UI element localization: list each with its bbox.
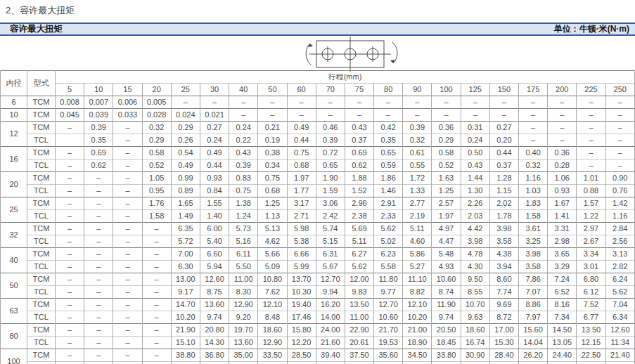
value-cell: 9.20 xyxy=(229,311,258,324)
value-cell: 2.33 xyxy=(374,210,403,223)
value-cell: 7.34 xyxy=(548,311,577,324)
table-row: TCL–––0.950.890.840.750.681.771.591.521.… xyxy=(1,185,635,197)
value-cell: 0.033 xyxy=(113,109,142,122)
value-cell: – xyxy=(56,299,84,311)
value-cell: – xyxy=(142,235,171,248)
value-cell: 11.00 xyxy=(229,273,258,286)
value-cell: – xyxy=(519,134,548,147)
value-cell: – xyxy=(548,109,577,122)
value-cell: – xyxy=(84,235,113,248)
value-cell: 6.34 xyxy=(605,311,634,324)
table-row: 100TCM––––38.8036.8035.0033.5028.5039.40… xyxy=(1,349,635,362)
value-cell: 33.80 xyxy=(432,349,461,362)
value-cell: – xyxy=(84,337,113,349)
value-cell: 5.67 xyxy=(316,261,345,273)
bore-cell: 20 xyxy=(1,172,27,197)
stroke-col-header: 15 xyxy=(113,84,142,96)
value-cell: 8.16 xyxy=(548,299,577,311)
value-cell: 13.60 xyxy=(229,337,258,349)
value-cell: – xyxy=(56,160,84,172)
value-cell: – xyxy=(605,96,634,109)
stroke-col-header: 10 xyxy=(84,84,113,96)
type-cell: TCL xyxy=(27,286,56,299)
value-cell: 27.10 xyxy=(171,362,200,364)
value-cell: 21.90 xyxy=(171,324,200,337)
value-cell: 13.05 xyxy=(548,337,577,349)
value-cell: 5.58 xyxy=(374,261,403,273)
value-cell: 0.44 xyxy=(489,147,518,160)
value-cell: – xyxy=(577,147,605,160)
value-cell: 21.60 xyxy=(316,337,345,349)
value-cell: – xyxy=(113,185,142,197)
stroke-col-header: 25 xyxy=(171,84,200,96)
value-cell: – xyxy=(84,311,113,324)
table-row: 20TCM–––1.050.990.930.830.751.971.901.88… xyxy=(1,172,635,185)
value-cell: 0.36 xyxy=(548,147,577,160)
value-cell: – xyxy=(84,273,113,286)
value-cell: 17.00 xyxy=(489,324,518,337)
table-title: 容许最大扭矩 xyxy=(10,23,63,35)
value-cell: 12.90 xyxy=(229,299,258,311)
value-cell: 3.98 xyxy=(461,235,489,248)
value-cell: 9.94 xyxy=(316,286,345,299)
value-cell: – xyxy=(56,349,84,362)
section-title: 2、容许最大扭矩 xyxy=(6,4,75,17)
value-cell: – xyxy=(113,122,142,134)
stroke-col-header: 100 xyxy=(432,84,461,96)
value-cell: 0.37 xyxy=(345,134,373,147)
value-cell: 0.021 xyxy=(200,109,229,122)
value-cell: – xyxy=(374,96,403,109)
table-row: TCL–––1.581.491.401.241.132.712.422.382.… xyxy=(1,210,635,223)
value-cell: 19.40 xyxy=(287,299,316,311)
value-cell: 9.74 xyxy=(200,311,229,324)
value-cell: – xyxy=(577,160,605,172)
value-cell: 2.98 xyxy=(548,235,577,248)
value-cell: 0.028 xyxy=(142,109,171,122)
value-cell: 26.20 xyxy=(519,349,548,362)
stroke-col-header: 5 xyxy=(56,84,84,96)
value-cell: 31.05 xyxy=(403,362,432,364)
value-cell: 3.34 xyxy=(577,248,605,261)
value-cell: 0.27 xyxy=(200,122,229,134)
value-cell: 22.50 xyxy=(577,349,605,362)
value-cell: 5.11 xyxy=(345,235,373,248)
value-cell: 0.29 xyxy=(171,122,200,134)
stroke-col-header: 80 xyxy=(374,84,403,96)
stroke-col-header: 250 xyxy=(605,84,634,96)
value-cell: 0.69 xyxy=(345,147,373,160)
value-cell: 0.38 xyxy=(258,147,287,160)
value-cell: – xyxy=(56,235,84,248)
value-cell: 1.30 xyxy=(461,185,489,197)
bore-cell: 63 xyxy=(1,299,27,324)
value-cell: 0.69 xyxy=(84,147,113,160)
value-cell: 5.13 xyxy=(258,223,287,235)
value-cell: 2.57 xyxy=(432,197,461,210)
value-cell: 0.39 xyxy=(403,122,432,134)
header-row-top: 内径型式行程(mm) xyxy=(1,71,635,84)
value-cell: 2.03 xyxy=(461,210,489,223)
value-cell: – xyxy=(56,273,84,286)
value-cell: 6.80 xyxy=(577,273,605,286)
value-cell: – xyxy=(142,223,171,235)
value-cell: 7.86 xyxy=(519,273,548,286)
value-cell: 2.96 xyxy=(345,197,373,210)
value-cell: 3.65 xyxy=(548,248,577,261)
value-cell: – xyxy=(113,160,142,172)
value-cell: – xyxy=(56,210,84,223)
value-cell: 1.52 xyxy=(345,185,373,197)
value-cell: – xyxy=(489,96,518,109)
value-cell: 12.10 xyxy=(403,299,432,311)
value-cell: 13.50 xyxy=(577,324,605,337)
value-cell: 12.10 xyxy=(258,299,287,311)
table-row: 25TCM–––1.761.651.551.381.253.173.062.96… xyxy=(1,197,635,210)
value-cell: 0.62 xyxy=(345,160,373,172)
value-cell: 3.31 xyxy=(548,223,577,235)
value-cell: 0.44 xyxy=(287,134,316,147)
value-cell: 5.66 xyxy=(258,248,287,261)
value-cell: 24.00 xyxy=(316,324,345,337)
value-cell: 14.30 xyxy=(200,337,229,349)
value-cell: – xyxy=(142,362,171,364)
value-cell: 0.008 xyxy=(56,96,84,109)
value-cell: 4.42 xyxy=(461,223,489,235)
value-cell: 7.52 xyxy=(577,299,605,311)
